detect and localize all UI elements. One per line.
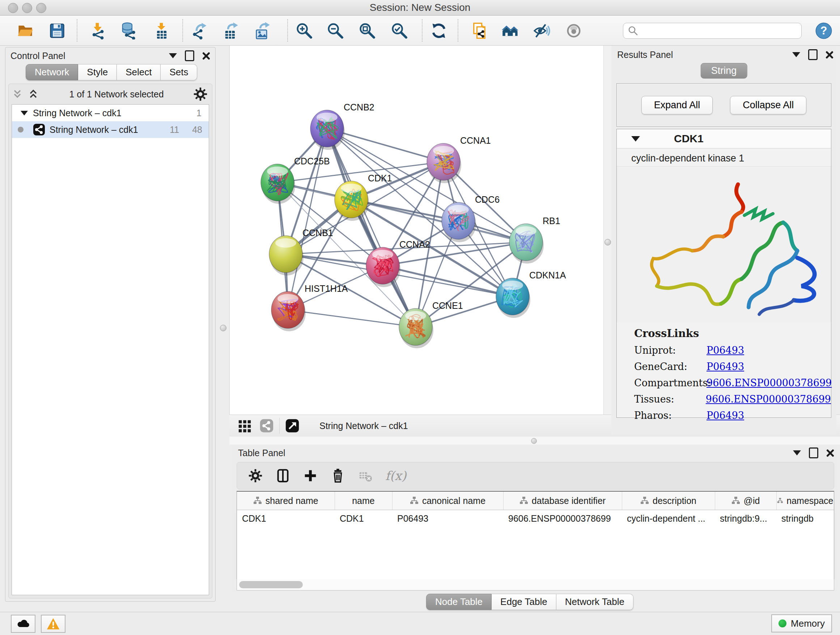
eye-gray-icon	[565, 22, 583, 40]
column-header-namespace[interactable]: namespace	[776, 492, 834, 510]
crosslink-genecard-link[interactable]: P06493	[706, 361, 744, 372]
crosslink-compartments-link[interactable]: 9606.ENSP00000378699	[706, 377, 832, 388]
column-header-canonical-name[interactable]: canonical name	[392, 492, 503, 510]
panel-menu-icon[interactable]	[793, 450, 801, 455]
control-panel-tabs: Network Style Select Sets	[26, 64, 197, 80]
search-box	[623, 23, 802, 39]
toolbar-separator	[182, 19, 183, 42]
column-header-name[interactable]: name	[335, 492, 392, 510]
close-panel-icon[interactable]	[202, 52, 210, 60]
close-panel-icon[interactable]	[826, 51, 834, 59]
tab-style[interactable]: Style	[78, 64, 117, 80]
collapse-section-icon[interactable]	[631, 136, 640, 141]
export-network-button[interactable]	[191, 22, 209, 40]
sort-hierarchy-icon	[253, 496, 262, 505]
network-node-hist1h1a[interactable]: HIST1H1A	[271, 283, 348, 331]
scrollbar-thumb[interactable]	[239, 581, 303, 588]
float-panel-icon[interactable]	[809, 448, 818, 458]
show-all-button[interactable]	[565, 22, 583, 40]
cell-at-id: stringdb:9...	[715, 510, 776, 527]
search-input[interactable]	[639, 25, 801, 36]
splitter-handle[interactable]	[605, 239, 611, 245]
import-table-file-button[interactable]	[152, 22, 171, 40]
network-view[interactable]: CCNB2CCNA1CDC25BCDK1CDC6RB1CCNB1CCNA2CDK…	[229, 46, 604, 415]
float-panel-icon[interactable]	[808, 49, 818, 60]
column-header-description[interactable]: description	[622, 492, 715, 510]
grid-view-icon[interactable]	[237, 418, 253, 433]
tab-node-table[interactable]: Node Table	[426, 594, 492, 610]
collapse-all-button[interactable]: Collapse All	[730, 96, 806, 114]
network-node-ccne1[interactable]: CCNE1	[399, 301, 463, 348]
create-column-icon[interactable]	[303, 468, 318, 483]
open-session-button[interactable]	[16, 22, 34, 40]
memory-button[interactable]: Memory	[771, 614, 832, 632]
tab-network[interactable]: Network	[26, 64, 78, 80]
save-floppy-icon	[49, 22, 66, 40]
column-header-at-id[interactable]: @id	[715, 492, 776, 510]
network-node-cdc6[interactable]: CDC6	[442, 195, 500, 242]
node-label-hist1h1a: HIST1H1A	[305, 283, 348, 294]
export-network-icon	[191, 22, 208, 40]
first-neighbors-button[interactable]	[501, 22, 519, 40]
results-splitter[interactable]	[603, 46, 612, 415]
network-row[interactable]: String Network – cdk1 11 48	[12, 121, 209, 138]
save-session-button[interactable]	[48, 22, 66, 40]
table-hscrollbar[interactable]	[237, 579, 834, 591]
export-table-button[interactable]	[221, 22, 240, 40]
zoom-selected-button[interactable]	[390, 22, 408, 40]
warnings-button[interactable]	[41, 615, 65, 633]
delete-column-icon[interactable]	[330, 468, 346, 483]
panel-menu-icon[interactable]	[169, 53, 177, 58]
results-panel-title: Results Panel	[617, 50, 673, 60]
tree-expand-icon[interactable]	[21, 111, 28, 116]
refresh-view-button[interactable]	[430, 22, 448, 40]
tab-select[interactable]: Select	[117, 64, 161, 80]
eye-slash-icon	[533, 22, 550, 40]
float-panel-icon[interactable]	[185, 50, 194, 61]
fit-content-button[interactable]	[358, 22, 376, 40]
toolbar-separator	[279, 418, 279, 434]
show-columns-icon[interactable]	[275, 468, 291, 483]
table-toolbar: f(x)	[237, 462, 834, 489]
zoom-in-icon	[295, 22, 313, 40]
left-splitter-handle[interactable]	[220, 325, 226, 331]
node-label-ccna2: CCNA2	[399, 239, 430, 249]
network-list-icon[interactable]	[259, 418, 274, 433]
tab-sets[interactable]: Sets	[161, 64, 197, 80]
table-panel-title: Table Panel	[238, 448, 286, 458]
help-button[interactable]: ?	[815, 22, 833, 40]
crosslink-tissues-link[interactable]: 9606.ENSP00000378699	[706, 394, 831, 405]
expand-all-chevron-icon[interactable]	[27, 88, 40, 101]
network-node-rb1[interactable]: RB1	[509, 216, 561, 264]
gear-icon[interactable]	[193, 87, 208, 101]
network-node-cdkn1a[interactable]: CDKN1A	[496, 270, 566, 318]
tab-network-table[interactable]: Network Table	[556, 594, 633, 610]
clone-network-button[interactable]	[470, 22, 488, 40]
splitter-handle[interactable]	[531, 438, 537, 444]
column-header-shared-name[interactable]: shared name	[237, 492, 335, 510]
crosslink-pharos-link[interactable]: P06493	[706, 410, 744, 421]
cloud-status-button[interactable]	[11, 615, 35, 633]
table-gear-icon[interactable]	[248, 468, 263, 483]
column-header-database-identifier[interactable]: database identifier	[503, 492, 622, 510]
hide-selected-button[interactable]	[532, 22, 551, 40]
detach-view-icon[interactable]	[285, 418, 300, 433]
crosslink-uniprot-link[interactable]: P06493	[706, 345, 744, 356]
import-network-database-button[interactable]	[119, 22, 137, 40]
table-row[interactable]: CDK1 CDK1 P06493 9606.ENSP00000378699 cy…	[237, 510, 834, 527]
zoom-in-button[interactable]	[295, 22, 313, 40]
close-panel-icon[interactable]	[826, 449, 834, 457]
panel-menu-icon[interactable]	[792, 52, 800, 57]
tab-string[interactable]: String	[701, 63, 747, 79]
gene-section-header[interactable]: CDK1	[617, 129, 831, 149]
network-node-ccnb1[interactable]: CCNB1	[269, 228, 333, 276]
zoom-out-button[interactable]	[326, 22, 344, 40]
sort-hierarchy-icon	[519, 496, 528, 505]
tab-edge-table[interactable]: Edge Table	[492, 594, 556, 610]
export-image-button[interactable]	[253, 22, 271, 40]
network-collection-row[interactable]: String Network – cdk1 1	[12, 105, 209, 121]
collapse-all-chevron-icon[interactable]	[11, 88, 24, 101]
expand-all-button[interactable]: Expand All	[641, 96, 713, 114]
sort-hierarchy-icon	[410, 496, 418, 505]
import-network-file-button[interactable]	[88, 22, 107, 40]
